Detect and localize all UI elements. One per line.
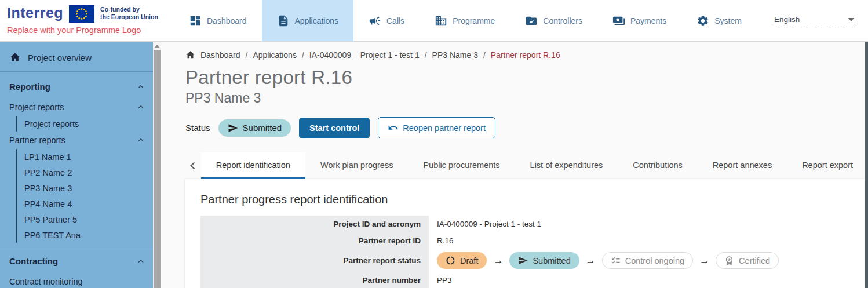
home-icon[interactable] [185, 50, 195, 60]
project-sidebar: Project overviewReportingProject reports… [0, 42, 153, 288]
nav-item-payments[interactable]: Payments [597, 0, 681, 41]
tab-report-export[interactable]: Report export [787, 152, 868, 179]
send-icon [228, 123, 238, 133]
breadcrumb-separator: / [302, 50, 304, 60]
breadcrumb-separator: / [425, 50, 427, 60]
status-pill-label: Certified [739, 256, 770, 265]
tabs-scroll-left-button[interactable] [185, 152, 201, 179]
tab-contributions[interactable]: Contributions [618, 152, 697, 179]
breadcrumb-link[interactable]: PP3 Name 3 [432, 50, 478, 60]
breadcrumb-separator: / [483, 50, 486, 60]
programme-icon [435, 14, 447, 27]
status-pill-label: Control ongoing [625, 256, 684, 265]
page-subtitle: PP3 Name 3 [185, 90, 868, 106]
applications-icon [277, 14, 290, 27]
controllers-icon [525, 14, 538, 27]
table-row: Partner report IDR.16 [200, 232, 850, 249]
sidebar-section-reporting[interactable]: Reporting [0, 75, 153, 99]
tab-report-identification[interactable]: Report identification [201, 152, 305, 179]
sidebar-item-pp6-test-ana[interactable]: PP6 TEST Ana [17, 227, 153, 243]
top-navbar: Interreg Co-funded by the European Union… [0, 0, 868, 42]
nav-item-label: Calls [386, 16, 404, 25]
sidebar-item-pp4-name-4[interactable]: PP4 Name 4 [17, 196, 153, 212]
page-title: Partner report R.16 [185, 67, 868, 89]
nav-item-dashboard[interactable]: Dashboard [174, 0, 262, 41]
breadcrumb-link[interactable]: IA-0400009 – Project 1 - test 1 [309, 50, 420, 60]
nav-item-system[interactable]: System [681, 0, 757, 41]
language-select[interactable]: English [773, 14, 855, 27]
language-selected: English [774, 15, 800, 24]
table-row: Project ID and acronymIA-0400009 - Proje… [200, 216, 850, 232]
scrollbar-up-button[interactable] [153, 42, 161, 50]
tab-public-procurements[interactable]: Public procurements [408, 152, 515, 179]
sidebar-scrollbar[interactable] [153, 42, 161, 288]
nav-item-controllers[interactable]: Controllers [510, 0, 597, 41]
status-pill-certified: Certified [716, 252, 779, 269]
identification-table: Project ID and acronymIA-0400009 - Proje… [200, 216, 850, 288]
nav-item-label: System [714, 16, 742, 25]
main-nav: DashboardApplicationsCallsProgrammeContr… [174, 0, 773, 41]
caret-down-icon [848, 18, 854, 21]
nav-item-label: Dashboard [207, 16, 247, 25]
reopen-button-label: Reopen partner report [403, 123, 486, 133]
sidebar-sublist: LP1 Name 1PP2 Name 2PP3 Name 3PP4 Name 4… [16, 149, 153, 243]
field-value: PP3 [429, 272, 850, 288]
field-value: IA-0400009 - Project 1 - test 1 [429, 216, 850, 232]
scrollbar-thumb[interactable] [154, 50, 161, 288]
nav-item-label: Controllers [543, 16, 582, 25]
nav-item-applications[interactable]: Applications [262, 0, 354, 41]
start-control-button[interactable]: Start control [299, 118, 370, 138]
sidebar-group-partner-reports[interactable]: Partner reports [0, 132, 153, 149]
field-label: Partner report status [200, 249, 429, 272]
sidebar-item-pp2-name-2[interactable]: PP2 Name 2 [17, 165, 153, 180]
sidebar-section-label: Reporting [9, 82, 50, 92]
breadcrumb-current: Partner report R.16 [491, 50, 560, 60]
sidebar-item-lp1-name-1[interactable]: LP1 Name 1 [17, 149, 153, 165]
interreg-logo: Interreg [7, 4, 63, 21]
sidebar-group-contract-monitoring[interactable]: Contract monitoring [0, 273, 153, 288]
arrow-right-icon: → [493, 255, 503, 267]
breadcrumb-link[interactable]: Dashboard [200, 50, 240, 60]
status-pill-label: Draft [460, 256, 478, 265]
field-label: Project ID and acronym [200, 216, 429, 232]
status-badge: Submitted [218, 119, 291, 137]
tab-report-annexes[interactable]: Report annexes [698, 152, 787, 179]
chevron-up-icon [137, 136, 145, 144]
table-row: Partner report statusDraft→Submitted→Con… [200, 249, 850, 272]
sidebar-item-project-overview[interactable]: Project overview [0, 46, 153, 68]
sidebar-group-label: Project reports [9, 103, 64, 112]
system-icon [696, 14, 709, 27]
sidebar-group-project-reports[interactable]: Project reports [0, 99, 153, 116]
field-label: Partner report ID [200, 232, 429, 249]
page-scrollbar[interactable] [865, 42, 868, 288]
home-icon [9, 52, 21, 63]
breadcrumb-link[interactable]: Applications [253, 50, 297, 60]
status-pill-submitted: Submitted [509, 252, 579, 269]
sidebar-section-label: Contracting [9, 256, 58, 266]
draft-icon [446, 256, 455, 265]
sidebar-divider [0, 71, 153, 72]
section-heading: Partner progress report identification [200, 193, 850, 206]
status-pill-draft: Draft [437, 252, 487, 269]
nav-item-programme[interactable]: Programme [420, 0, 510, 41]
reopen-partner-report-button[interactable]: Reopen partner report [378, 117, 495, 138]
tab-list-of-expenditures[interactable]: List of expenditures [515, 152, 618, 179]
identification-card: Partner progress report identification P… [185, 179, 865, 288]
logo-area: Interreg Co-funded by the European Union… [0, 0, 174, 41]
report-tabs: Report identificationWork plan progressP… [185, 152, 868, 179]
sidebar-group-label: Partner reports [9, 136, 65, 145]
eu-flag-icon [69, 5, 94, 23]
tab-work-plan-progress[interactable]: Work plan progress [305, 152, 408, 179]
arrow-right-icon: → [586, 255, 596, 267]
sidebar-item-pp3-name-3[interactable]: PP3 Name 3 [17, 180, 153, 196]
nav-item-calls[interactable]: Calls [353, 0, 420, 41]
status-label: Status [185, 123, 210, 133]
sidebar-section-contracting[interactable]: Contracting [0, 249, 153, 273]
undo-icon [388, 122, 399, 133]
sidebar-group-label: Contract monitoring [9, 277, 83, 286]
sidebar-item-project-reports[interactable]: Project reports [17, 116, 153, 132]
sidebar-divider [0, 246, 153, 246]
sidebar-sublist: Project reports [16, 116, 153, 132]
sidebar-item-pp5-partner-5[interactable]: PP5 Partner 5 [17, 212, 153, 227]
nav-item-label: Applications [295, 16, 339, 25]
